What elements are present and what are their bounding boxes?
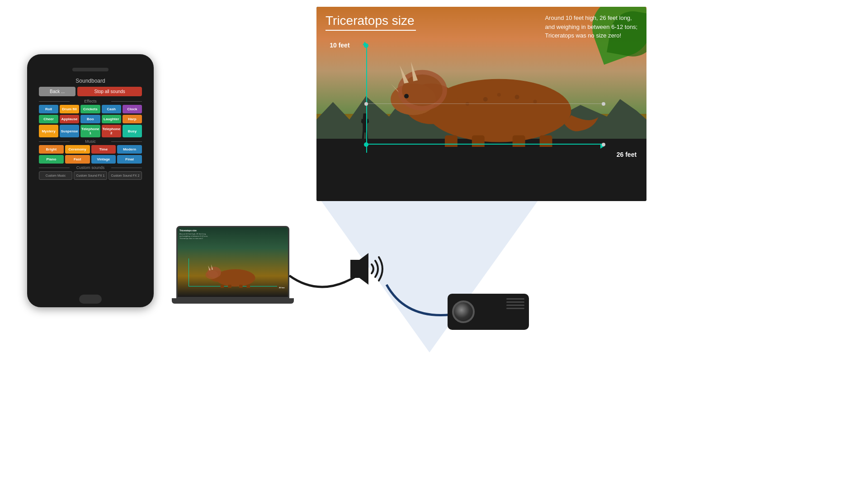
custom-section-label: Custom sounds bbox=[39, 165, 142, 170]
sfx-laughter[interactable]: Laughter bbox=[102, 115, 121, 123]
svg-rect-9 bbox=[444, 136, 457, 147]
sfx-busy[interactable]: Busy bbox=[123, 125, 142, 137]
svg-rect-25 bbox=[228, 285, 231, 288]
measure-vertical-line bbox=[366, 46, 367, 153]
laptop: Triceratops size Around 10 feet high, 26… bbox=[176, 226, 294, 304]
sfx-cash[interactable]: Cash bbox=[102, 105, 121, 113]
sfx-suspense[interactable]: Suspense bbox=[60, 125, 79, 137]
music-vintage[interactable]: Vintage bbox=[91, 155, 116, 164]
sfx-cheer[interactable]: Cheer bbox=[39, 115, 58, 123]
back-stop-row: Back ... Stop all sounds bbox=[39, 87, 142, 96]
music-final[interactable]: Final bbox=[117, 155, 142, 164]
speaker-icon bbox=[344, 251, 389, 287]
stop-all-button[interactable]: Stop all sounds bbox=[77, 87, 142, 96]
phone-body: Soundboard Back ... Stop all sounds Effe… bbox=[27, 54, 154, 307]
svg-rect-11 bbox=[512, 136, 525, 147]
laptop-dino-mini bbox=[200, 253, 266, 288]
music-grid: Bright Ceremony Time Modern Piano Fast V… bbox=[39, 145, 142, 164]
svg-point-16 bbox=[533, 100, 537, 103]
display-panel: 10 feet 26 feet Triceratops size Around … bbox=[316, 7, 646, 201]
label-10-feet: 10 feet bbox=[330, 42, 349, 49]
music-ceremony[interactable]: Ceremony bbox=[65, 145, 90, 154]
sfx-roll[interactable]: Roll bbox=[39, 105, 58, 113]
custom-grid: Custom Music Custom Sound FX 1 Custom So… bbox=[39, 171, 142, 180]
svg-point-4 bbox=[402, 75, 443, 106]
sfx-drum-fill[interactable]: Drum fill bbox=[60, 105, 79, 113]
svg-rect-12 bbox=[539, 136, 552, 147]
music-fast[interactable]: Fast bbox=[65, 155, 90, 164]
svg-rect-24 bbox=[220, 285, 224, 288]
display-background: 10 feet 26 feet Triceratops size Around … bbox=[316, 7, 646, 201]
music-piano[interactable]: Piano bbox=[39, 155, 64, 164]
effects-grid: Roll Drum fill Crickets Cash Clock Cheer… bbox=[39, 105, 142, 137]
vent-line bbox=[506, 308, 524, 309]
sfx-applause[interactable]: Applause bbox=[60, 115, 79, 123]
music-section-label: Music bbox=[39, 139, 142, 144]
laptop-screen-content: Triceratops size Around 10 feet high, 26… bbox=[178, 227, 288, 297]
laptop-title-mini: Triceratops size bbox=[179, 229, 197, 232]
sfx-crickets[interactable]: Crickets bbox=[80, 105, 100, 113]
custom-music[interactable]: Custom Music bbox=[39, 171, 72, 180]
custom-sound-fx2[interactable]: Custom Sound FX 2 bbox=[108, 171, 142, 180]
svg-marker-28 bbox=[350, 253, 368, 285]
sfx-mystery[interactable]: Mystery bbox=[39, 125, 58, 137]
custom-sound-fx1[interactable]: Custom Sound FX 1 bbox=[74, 171, 107, 180]
svg-point-8 bbox=[404, 94, 409, 99]
sfx-boo[interactable]: Boo bbox=[80, 115, 100, 123]
vent-line bbox=[506, 298, 524, 300]
music-modern[interactable]: Modern bbox=[117, 145, 142, 154]
vent-line bbox=[506, 305, 524, 306]
display-title-underline bbox=[326, 30, 416, 31]
phone: Soundboard Back ... Stop all sounds Effe… bbox=[27, 54, 154, 307]
phone-speaker-top bbox=[72, 68, 108, 71]
display-description: Around 10 feet high, 26 feet long,and we… bbox=[545, 14, 637, 40]
sfx-harp[interactable]: Harp bbox=[123, 115, 142, 123]
sfx-clock[interactable]: Clock bbox=[123, 105, 142, 113]
laptop-desc-mini: Around 10 feet high, 26 feet long,and we… bbox=[179, 233, 208, 239]
svg-point-13 bbox=[483, 97, 487, 102]
phone-screen: Soundboard Back ... Stop all sounds Effe… bbox=[36, 75, 145, 291]
measure-dot-midleft bbox=[364, 102, 368, 106]
measure-midline bbox=[366, 103, 604, 104]
laptop-base bbox=[172, 298, 294, 304]
svg-rect-27 bbox=[246, 285, 250, 288]
svg-rect-10 bbox=[472, 136, 484, 147]
soundboard-title: Soundboard bbox=[39, 78, 142, 84]
projector-vents bbox=[506, 298, 524, 309]
measure-dot-topleft bbox=[364, 43, 368, 48]
speaker bbox=[344, 251, 389, 289]
projector-body bbox=[448, 294, 529, 330]
vent-line bbox=[506, 301, 524, 303]
laptop-measure-vert bbox=[189, 258, 189, 286]
svg-rect-26 bbox=[239, 285, 243, 288]
back-button[interactable]: Back ... bbox=[39, 87, 75, 96]
effects-section-label: Effects bbox=[39, 99, 142, 103]
projector-lens bbox=[452, 300, 475, 323]
measure-horizontal-line bbox=[366, 144, 604, 145]
phone-home-button[interactable] bbox=[79, 295, 102, 304]
svg-point-15 bbox=[514, 95, 519, 99]
laptop-screen: Triceratops size Around 10 feet high, 26… bbox=[176, 226, 289, 298]
laptop-26feet-mini: 26 feet bbox=[279, 286, 285, 289]
music-bright[interactable]: Bright bbox=[39, 145, 64, 154]
label-26-feet: 26 feet bbox=[617, 151, 637, 158]
sfx-telephone2[interactable]: Telephone 2 bbox=[102, 125, 121, 137]
measure-dot-bottomleft bbox=[364, 142, 368, 147]
sfx-telephone1[interactable]: Telephone 1 bbox=[80, 125, 100, 137]
music-time[interactable]: Time bbox=[91, 145, 116, 154]
svg-point-14 bbox=[497, 93, 500, 97]
projector bbox=[448, 294, 529, 330]
